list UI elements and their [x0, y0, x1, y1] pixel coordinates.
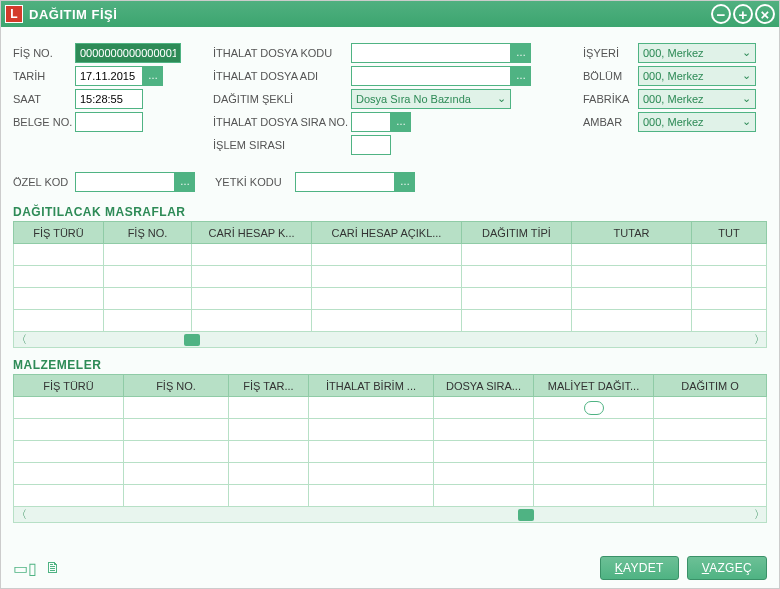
dagitim-sekli-label: DAĞITIM ŞEKLİ	[213, 93, 351, 105]
grid1-col-dagitim-tipi[interactable]: DAĞITIM TİPİ	[462, 222, 572, 244]
chevron-down-icon: ⌄	[742, 69, 751, 82]
islem-sirasi-input[interactable]	[351, 135, 391, 155]
dosya-kodu-label: İTHALAT DOSYA KODU	[213, 47, 351, 59]
grid1-col-cari-hesap-aciklama[interactable]: CARİ HESAP AÇIKL...	[312, 222, 462, 244]
ozel-kod-lookup-button[interactable]: …	[175, 172, 195, 192]
grid1-title: DAĞITILACAK MASRAFLAR	[13, 205, 767, 219]
isyeri-value: 000, Merkez	[643, 47, 704, 59]
grid2-col-fis-tarih[interactable]: FİŞ TAR...	[229, 375, 309, 397]
sira-no-label: İTHALAT DOSYA SIRA NO.	[213, 116, 351, 128]
saat-input[interactable]	[75, 89, 143, 109]
table-row[interactable]	[14, 266, 767, 288]
table-row[interactable]	[14, 397, 767, 419]
table-row[interactable]	[14, 463, 767, 485]
maximize-button[interactable]: +	[733, 4, 753, 24]
bolum-select[interactable]: 000, Merkez ⌄	[638, 66, 756, 86]
bolum-label: BÖLÜM	[583, 70, 638, 82]
islem-sirasi-label: İŞLEM SIRASI	[213, 139, 351, 151]
grid2-col-fis-turu[interactable]: FİŞ TÜRÜ	[14, 375, 124, 397]
maliyet-checkbox[interactable]	[584, 401, 604, 415]
scroll-right-icon[interactable]: 〉	[752, 332, 766, 347]
grid2-title: MALZEMELER	[13, 358, 767, 372]
dosya-adi-lookup-button[interactable]: …	[511, 66, 531, 86]
chevron-down-icon: ⌄	[742, 92, 751, 105]
masraflar-grid[interactable]: FİŞ TÜRÜ FİŞ NO. CARİ HESAP K... CARİ HE…	[13, 221, 767, 332]
fis-no-label: FİŞ NO.	[13, 47, 75, 59]
grid2-col-fis-no[interactable]: FİŞ NO.	[124, 375, 229, 397]
table-row[interactable]	[14, 441, 767, 463]
fabrika-label: FABRİKA	[583, 93, 638, 105]
ambar-select[interactable]: 000, Merkez ⌄	[638, 112, 756, 132]
grid1-col-tutar-overflow[interactable]: TUT	[692, 222, 767, 244]
grid2-col-dosya-sira[interactable]: DOSYA SIRA...	[434, 375, 534, 397]
scroll-thumb[interactable]	[184, 334, 200, 346]
chevron-down-icon: ⌄	[497, 92, 506, 105]
chevron-down-icon: ⌄	[742, 115, 751, 128]
fabrika-select[interactable]: 000, Merkez ⌄	[638, 89, 756, 109]
isyeri-label: İŞYERİ	[583, 47, 638, 59]
table-row[interactable]	[14, 485, 767, 507]
fabrika-value: 000, Merkez	[643, 93, 704, 105]
tarih-label: TARİH	[13, 70, 75, 82]
belge-no-input[interactable]	[75, 112, 143, 132]
dosya-adi-label: İTHALAT DOSYA ADI	[213, 70, 351, 82]
saat-label: SAAT	[13, 93, 75, 105]
grid1-hscrollbar[interactable]: 〈 〉	[13, 332, 767, 348]
dagitim-sekli-select[interactable]: Dosya Sıra No Bazında ⌄	[351, 89, 511, 109]
table-row[interactable]	[14, 288, 767, 310]
scroll-left-icon[interactable]: 〈	[14, 332, 28, 347]
grid1-col-fis-no[interactable]: FİŞ NO.	[104, 222, 192, 244]
yetki-kodu-input[interactable]	[295, 172, 395, 192]
ambar-value: 000, Merkez	[643, 116, 704, 128]
fis-no-input[interactable]	[75, 43, 181, 63]
grid1-col-fis-turu[interactable]: FİŞ TÜRÜ	[14, 222, 104, 244]
tarih-lookup-button[interactable]: …	[143, 66, 163, 86]
isyeri-select[interactable]: 000, Merkez ⌄	[638, 43, 756, 63]
kaydet-button[interactable]: KAYDET	[600, 556, 679, 580]
table-row[interactable]	[14, 419, 767, 441]
ambar-label: AMBAR	[583, 116, 638, 128]
ozel-kod-input[interactable]	[75, 172, 175, 192]
grid1-col-tutar[interactable]: TUTAR	[572, 222, 692, 244]
ozel-kod-label: ÖZEL KOD	[13, 176, 75, 188]
dagitim-fisi-window: L DAĞITIM FİŞİ − + × FİŞ NO. TARİH …	[0, 0, 780, 589]
scroll-left-icon[interactable]: 〈	[14, 507, 28, 522]
grid1-col-cari-hesap-kodu[interactable]: CARİ HESAP K...	[192, 222, 312, 244]
document-icon[interactable]: 🗎	[45, 559, 61, 577]
app-icon: L	[5, 5, 23, 23]
sira-no-lookup-button[interactable]: …	[391, 112, 411, 132]
belge-no-label: BELGE NO.	[13, 116, 75, 128]
table-row[interactable]	[14, 244, 767, 266]
book-icon[interactable]: ▭▯	[13, 559, 37, 578]
grid2-col-ithalat-birim[interactable]: İTHALAT BİRİM ...	[309, 375, 434, 397]
scroll-thumb[interactable]	[518, 509, 534, 521]
minimize-button[interactable]: −	[711, 4, 731, 24]
sira-no-input[interactable]	[351, 112, 391, 132]
bolum-value: 000, Merkez	[643, 70, 704, 82]
grid2-col-dagitim-orani[interactable]: DAĞITIM O	[654, 375, 767, 397]
yetki-kodu-label: YETKİ KODU	[215, 176, 295, 188]
malzemeler-grid[interactable]: FİŞ TÜRÜ FİŞ NO. FİŞ TAR... İTHALAT BİRİ…	[13, 374, 767, 507]
window-title: DAĞITIM FİŞİ	[29, 7, 711, 22]
tarih-input[interactable]	[75, 66, 143, 86]
dagitim-sekli-value: Dosya Sıra No Bazında	[356, 93, 471, 105]
grid2-col-maliyet-dagit[interactable]: MALİYET DAĞIT...	[534, 375, 654, 397]
table-row[interactable]	[14, 310, 767, 332]
footer: ▭▯ 🗎 KAYDET VAZGEÇ	[1, 554, 779, 588]
vazgec-button[interactable]: VAZGEÇ	[687, 556, 767, 580]
close-button[interactable]: ×	[755, 4, 775, 24]
dosya-kodu-lookup-button[interactable]: …	[511, 43, 531, 63]
grid2-hscrollbar[interactable]: 〈 〉	[13, 507, 767, 523]
yetki-kodu-lookup-button[interactable]: …	[395, 172, 415, 192]
dosya-adi-input[interactable]	[351, 66, 511, 86]
dosya-kodu-input[interactable]	[351, 43, 511, 63]
chevron-down-icon: ⌄	[742, 46, 751, 59]
scroll-right-icon[interactable]: 〉	[752, 507, 766, 522]
titlebar[interactable]: L DAĞITIM FİŞİ − + ×	[1, 1, 779, 27]
